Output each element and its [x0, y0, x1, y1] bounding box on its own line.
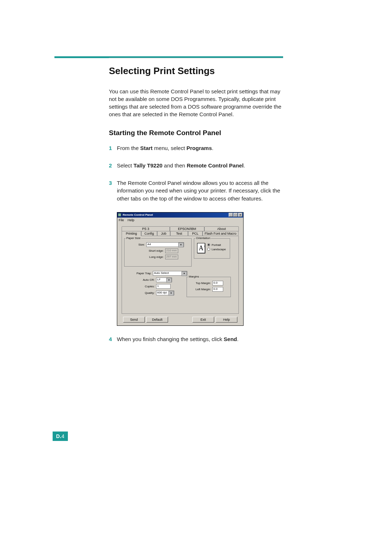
step-3: 3 The Remote Control Panel window allows… [109, 179, 283, 203]
minimize-button[interactable]: _ [229, 213, 233, 217]
size-label: Size: [127, 243, 145, 246]
group-legend: Paper Size [126, 236, 141, 240]
text: and then [163, 162, 187, 169]
bold: Start [140, 145, 152, 151]
app-icon [118, 213, 121, 216]
quality-label: Quality: [126, 291, 155, 295]
text: From the [117, 145, 140, 151]
tab-panel-printing: Paper Size Size: A4 Short edge: 210 mm L… [122, 236, 239, 314]
text: . [237, 336, 238, 342]
text: Select [117, 162, 134, 169]
bold: Tally T9220 [134, 162, 163, 169]
tab-test[interactable]: Test [170, 231, 188, 236]
dialog-body: PS 3 EPSON/IBM About Printing Config Job… [117, 223, 243, 325]
copies-field[interactable]: 1 [156, 284, 171, 289]
auto-cr-select[interactable]: LF [156, 278, 172, 282]
subheading: Starting the Remote Control Panel [109, 129, 283, 137]
tab-config[interactable]: Config [141, 231, 157, 236]
steps-list-continued: 4 When you finish changing the settings,… [109, 335, 283, 343]
text: The Remote Control Panel window allows y… [117, 180, 280, 202]
step-1: 1 From the Start menu, select Programs. [109, 144, 283, 152]
paper-size-group: Paper Size Size: A4 Short edge: 210 mm L… [124, 238, 192, 267]
long-edge-field: 297 mm [165, 255, 178, 259]
text: . [212, 145, 213, 151]
page-title: Selecting Print Settings [109, 65, 283, 77]
radio-label: Landscape [212, 248, 226, 251]
exit-button[interactable]: Exit [192, 317, 214, 323]
step-number: 3 [109, 179, 112, 187]
left-margin-label: Left Margin: [189, 288, 211, 291]
tab-epson-ibm[interactable]: EPSON/IBM [170, 226, 204, 231]
short-edge-field: 210 mm [165, 248, 178, 253]
group-legend: Orientation [195, 236, 211, 240]
send-button[interactable]: Send [123, 317, 145, 323]
auto-cr-label: Auto CR: [126, 278, 155, 281]
tab-ps3[interactable]: PS 3 [122, 226, 170, 231]
tab-row-back: PS 3 EPSON/IBM About [122, 226, 239, 231]
margins-group: Margins Top Margin: 0.0 Left Margin: 0.0 [187, 277, 231, 297]
close-button[interactable]: × [238, 213, 242, 217]
text: . [244, 162, 245, 169]
long-edge-label: Long edge: [127, 255, 164, 259]
mid-controls: Paper Tray: Auto Select Auto CR: LF Copi… [126, 271, 187, 297]
paper-tray-select[interactable]: Auto Select [153, 271, 187, 276]
step-4: 4 When you finish changing the settings,… [109, 335, 283, 343]
title-bar: Remote Control Panel _ □ × [117, 212, 243, 218]
step-number: 1 [109, 144, 112, 152]
copies-label: Copies: [126, 285, 155, 288]
orientation-group: Orientation A Portrait Landscape [194, 238, 230, 259]
radio-label: Portrait [212, 243, 221, 247]
top-margin-label: Top Margin: [189, 281, 211, 285]
menu-help[interactable]: Help [128, 218, 135, 222]
intro-paragraph: You can use this Remote Control Panel to… [109, 88, 283, 118]
short-edge-label: Short edge: [127, 249, 164, 252]
page-number-badge: D.4 [53, 432, 68, 441]
tab-job[interactable]: Job [157, 231, 170, 236]
window-title: Remote Control Panel [123, 213, 153, 216]
top-margin-field[interactable]: 0.0 [212, 281, 223, 285]
text: When you finish changing the settings, c… [117, 336, 224, 342]
main-content: Selecting Print Settings You can use thi… [109, 65, 283, 353]
bold: Remote Control Panel [187, 162, 244, 169]
size-select[interactable]: A4 [146, 242, 184, 247]
page-num: 4 [62, 433, 65, 439]
paper-tray-label: Paper Tray: [126, 272, 151, 275]
page-prefix: D. [56, 433, 61, 439]
remote-control-panel-window: Remote Control Panel _ □ × File Help PS … [117, 212, 244, 326]
landscape-radio[interactable]: Landscape [207, 248, 226, 251]
orientation-preview-icon: A [197, 243, 205, 253]
text: menu, select [152, 145, 186, 151]
bold: Send [224, 336, 237, 342]
left-margin-field[interactable]: 0.0 [212, 287, 223, 292]
quality-select[interactable]: 600 dpi [156, 291, 174, 295]
menu-bar: File Help [117, 218, 243, 223]
bold: Programs [187, 145, 212, 151]
menu-file[interactable]: File [119, 218, 124, 222]
steps-list: 1 From the Start menu, select Programs. … [109, 144, 283, 203]
section-rule-thin [109, 58, 283, 58]
step-number: 4 [109, 335, 112, 343]
help-button[interactable]: Help [216, 317, 237, 323]
tab-printing[interactable]: Printing [122, 231, 141, 236]
step-2: 2 Select Tally T9220 and then Remote Con… [109, 162, 283, 170]
default-button[interactable]: Default [146, 317, 168, 323]
portrait-radio[interactable]: Portrait [207, 243, 226, 247]
tab-flash-font[interactable]: Flash Font and Macro [203, 231, 238, 236]
group-legend: Margins [188, 275, 200, 278]
maximize-button[interactable]: □ [233, 213, 238, 217]
tab-row-front: Printing Config Job Test PCL Flash Font … [122, 231, 239, 236]
tab-about[interactable]: About [204, 226, 239, 231]
tab-pcl[interactable]: PCL [188, 231, 203, 236]
step-number: 2 [109, 162, 112, 170]
button-row: Send Default Exit Help [122, 316, 239, 323]
